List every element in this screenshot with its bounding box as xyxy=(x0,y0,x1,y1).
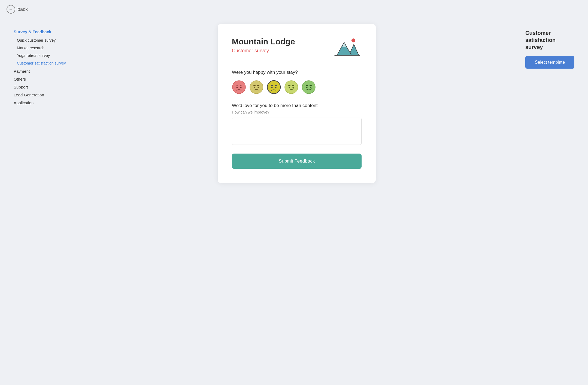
emoji-row xyxy=(232,80,362,94)
main-layout: Survey & Feedback Quick customer survey … xyxy=(0,19,588,384)
svg-point-29 xyxy=(310,87,311,88)
sidebar-item-others[interactable]: Others xyxy=(14,75,74,83)
template-title: Customer satisfaction survey xyxy=(525,29,574,51)
form-card: Mountain Lodge Customer survey xyxy=(218,24,376,183)
svg-point-28 xyxy=(306,87,308,88)
svg-point-18 xyxy=(271,87,273,88)
svg-point-20 xyxy=(285,81,298,94)
sidebar-item-quick-survey[interactable]: Quick customer survey xyxy=(14,37,74,44)
feedback-section: We'd love for you to be more than conten… xyxy=(232,103,362,146)
svg-point-9 xyxy=(240,87,242,88)
emoji-disappointed[interactable] xyxy=(267,80,281,94)
select-template-button[interactable]: Select template xyxy=(525,56,574,69)
sidebar-item-yoga-survey[interactable]: Yoga retreat survey xyxy=(14,52,74,59)
svg-point-19 xyxy=(275,87,277,88)
svg-point-23 xyxy=(289,87,290,88)
svg-point-10 xyxy=(250,81,263,94)
form-subtitle: Customer survey xyxy=(232,48,295,54)
feedback-sublabel: How can we improve? xyxy=(232,110,362,114)
sidebar-item-support[interactable]: Support xyxy=(14,83,74,91)
sidebar-item-customer-satisfaction[interactable]: Customer satisfaction survey xyxy=(14,60,74,67)
feedback-textarea[interactable] xyxy=(232,118,362,145)
svg-point-0 xyxy=(351,38,355,42)
mountain-logo-icon xyxy=(332,37,362,59)
svg-point-13 xyxy=(254,87,255,88)
left-sidebar: Survey & Feedback Quick customer survey … xyxy=(11,24,76,112)
sidebar-item-payment[interactable]: Payment xyxy=(14,67,74,75)
top-bar: ← back xyxy=(0,0,588,19)
back-arrow-icon: ← xyxy=(7,5,15,14)
sidebar-item-lead-generation[interactable]: Lead Generation xyxy=(14,91,74,99)
preview-container: Mountain Lodge Customer survey xyxy=(76,24,517,183)
emoji-rating-section: Were you happy with your stay? xyxy=(232,70,362,94)
svg-point-25 xyxy=(302,81,315,94)
emoji-slightly-happy[interactable] xyxy=(284,80,298,94)
svg-point-14 xyxy=(258,87,259,88)
emoji-happy[interactable] xyxy=(302,80,316,94)
svg-point-8 xyxy=(237,87,238,88)
feedback-label: We'd love for you to be more than conten… xyxy=(232,103,362,108)
submit-button[interactable]: Submit Feedback xyxy=(232,154,362,169)
sidebar-item-market-research[interactable]: Market research xyxy=(14,44,74,51)
sidebar-category-survey[interactable]: Survey & Feedback xyxy=(14,29,74,34)
svg-point-5 xyxy=(232,81,245,94)
emoji-sad[interactable] xyxy=(249,80,263,94)
form-header: Mountain Lodge Customer survey xyxy=(232,37,362,59)
form-title-block: Mountain Lodge Customer survey xyxy=(232,37,295,54)
brand-name: Mountain Lodge xyxy=(232,37,295,46)
right-panel: Customer satisfaction survey Select temp… xyxy=(517,24,577,74)
question-1-text: Were you happy with your stay? xyxy=(232,70,362,75)
emoji-very-angry[interactable] xyxy=(232,80,246,94)
back-label: back xyxy=(17,7,28,12)
svg-point-24 xyxy=(293,87,294,88)
back-button[interactable]: ← back xyxy=(7,5,28,14)
svg-point-15 xyxy=(267,81,280,94)
sidebar-item-application[interactable]: Application xyxy=(14,99,74,107)
